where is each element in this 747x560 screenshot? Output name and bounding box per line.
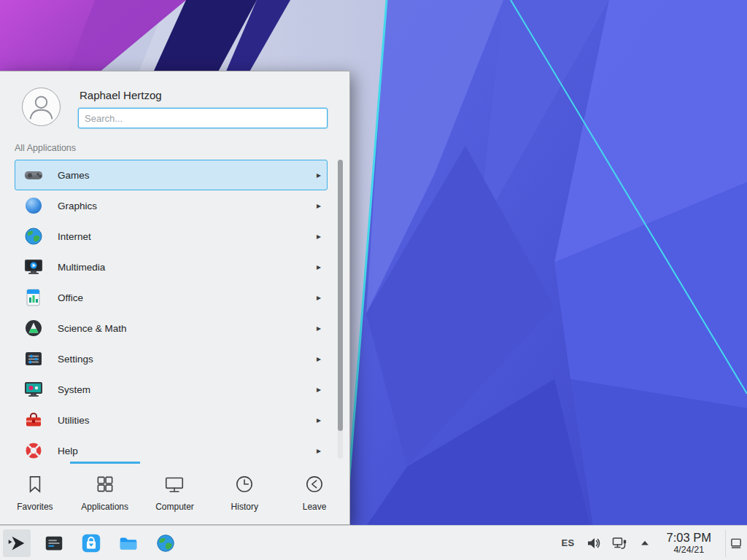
tab-favorites[interactable]: Favorites [0,473,70,524]
graphics-orb-icon [23,195,44,216]
clock-time: 7:03 PM [667,531,711,545]
application-launcher-menu: Raphael Hertzog All Applications Games [0,71,350,525]
bookmark-icon [24,473,46,495]
settings-sliders-icon [23,349,44,369]
tab-applications[interactable]: Applications [70,473,140,524]
tab-label: Applications [81,502,128,512]
keyboard-layout-indicator[interactable]: ES [560,537,576,548]
chevron-right-icon: ▸ [312,354,325,364]
desktop: Raphael Hertzog All Applications Games [0,0,747,560]
leave-icon [303,473,325,495]
category-utilities[interactable]: Utilities ▸ [15,405,328,435]
show-desktop-icon[interactable] [725,529,743,557]
utilities-toolbox-icon [23,410,44,430]
discover-store-icon[interactable] [77,529,105,557]
app-grid-icon [94,473,116,495]
category-label: Office [58,292,312,303]
chevron-right-icon: ▸ [312,201,325,211]
help-lifebuoy-icon [23,440,44,461]
clock-date: 4/24/21 [673,545,704,555]
system-monitor-icon [23,379,44,400]
terminal-app-icon[interactable] [40,529,68,557]
taskbar: ES [0,525,747,560]
category-games[interactable]: Games ▸ [15,160,328,190]
science-flask-icon [23,318,44,338]
expand-caret-up-icon[interactable] [637,535,653,551]
category-office[interactable]: Office ▸ [15,282,328,313]
section-label: All Applications [0,136,349,158]
chevron-right-icon: ▸ [312,446,325,456]
tab-label: Leave [303,502,327,512]
user-avatar[interactable] [22,88,61,126]
category-label: Games [58,170,312,181]
tab-leave[interactable]: Leave [279,473,349,524]
scrollbar-track[interactable] [338,160,343,459]
category-label: Internet [58,231,312,242]
chevron-right-icon: ▸ [312,231,325,241]
launcher-header: Raphael Hertzog [0,71,349,136]
chevron-right-icon: ▸ [312,170,325,180]
user-icon [23,88,60,126]
office-document-icon [23,287,44,308]
web-browser-icon[interactable] [152,529,179,557]
category-system[interactable]: System ▸ [15,374,328,405]
category-label: Help [58,446,312,456]
tab-label: Computer [155,502,194,512]
scrollbar-thumb[interactable] [338,160,343,431]
clock-icon [233,473,255,495]
category-graphics[interactable]: Graphics ▸ [15,190,328,221]
globe-icon [23,226,44,246]
tab-computer[interactable]: Computer [140,473,210,524]
chevron-right-icon: ▸ [312,323,325,333]
tab-history[interactable]: History [209,473,279,524]
category-help[interactable]: Help ▸ [15,435,328,462]
gamepad-icon [23,165,44,185]
chevron-right-icon: ▸ [312,415,325,425]
volume-icon[interactable] [586,535,602,551]
computer-icon [163,473,185,495]
category-label: Science & Math [58,323,312,334]
category-label: Settings [58,354,312,365]
tab-label: History [231,502,258,512]
search-input[interactable] [78,108,328,128]
category-settings[interactable]: Settings ▸ [15,343,328,374]
category-label: Utilities [58,415,312,426]
launcher-footer-tabs: Favorites Applications [0,462,349,524]
network-icon[interactable] [611,535,627,551]
category-science-math[interactable]: Science & Math ▸ [15,313,328,343]
kde-launcher-icon[interactable] [3,529,31,557]
multimedia-monitor-icon [23,257,44,277]
tab-label: Favorites [17,502,53,512]
category-list: Games ▸ Graphics ▸ [0,158,349,462]
category-multimedia[interactable]: Multimedia ▸ [15,252,328,282]
active-tab-indicator [70,462,140,464]
system-tray: ES [560,529,743,557]
category-internet[interactable]: Internet ▸ [15,221,328,252]
category-label: Multimedia [58,262,312,273]
chevron-right-icon: ▸ [312,292,325,303]
chevron-right-icon: ▸ [312,262,325,272]
taskbar-left [3,529,179,557]
user-name: Raphael Hertzog [80,89,328,101]
clock[interactable]: 7:03 PM 4/24/21 [662,531,716,555]
category-label: System [58,384,312,395]
category-label: Graphics [58,201,312,211]
file-manager-icon[interactable] [115,529,142,557]
chevron-right-icon: ▸ [312,384,325,394]
